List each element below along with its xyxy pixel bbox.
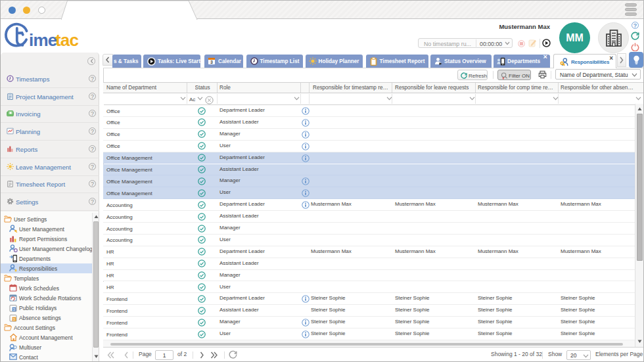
svg-text:3: 3: [210, 60, 213, 64]
svg-text:tac: tac: [55, 30, 79, 50]
svg-text:ime: ime: [29, 30, 57, 50]
